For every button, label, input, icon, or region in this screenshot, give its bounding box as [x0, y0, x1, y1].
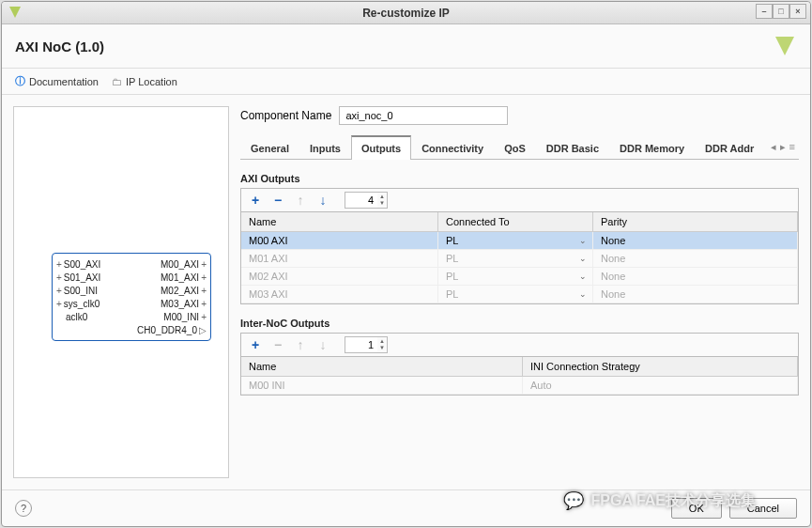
col-name: Name [241, 212, 438, 231]
tab-scroll-right-icon[interactable]: ▸ [780, 141, 786, 153]
watermark: 💬 FPGA FAE技术分享选集 [563, 490, 756, 511]
cell-name: M00 AXI [241, 232, 438, 249]
table-row[interactable]: M03 AXIPL⌄None [241, 286, 798, 303]
tab-inputs[interactable]: Inputs [299, 136, 351, 160]
cell-parity: None [593, 250, 798, 267]
watermark-text: FPGA FAE技术分享选集 [591, 491, 756, 511]
component-name-row: Component Name [240, 106, 799, 125]
documentation-label: Documentation [29, 76, 99, 87]
move-down-button: ↓ [314, 336, 331, 353]
move-up-button: ↑ [292, 336, 309, 353]
ip-block-diagram: +S00_AXIM00_AXI+ +S01_AXIM01_AXI+ +S00_I… [52, 253, 211, 341]
tab-ddr-memory[interactable]: DDR Memory [609, 136, 695, 160]
col-connected: Connected To [438, 212, 593, 231]
tab-menu-icon[interactable]: ≡ [789, 141, 795, 153]
wechat-icon: 💬 [563, 490, 584, 511]
axi-outputs-title: AXI Outputs [240, 173, 799, 184]
tab-connectivity[interactable]: Connectivity [411, 136, 494, 160]
cell-name: M02 AXI [241, 268, 438, 285]
col-strategy: INI Connection Strategy [523, 357, 798, 376]
vendor-logo-icon [773, 34, 797, 58]
table-row[interactable]: M00 INIAuto [241, 377, 798, 395]
tab-qos[interactable]: QoS [494, 136, 536, 160]
component-name-label: Component Name [240, 109, 331, 122]
toolbar: ⓘ Documentation 🗀 IP Location [2, 69, 810, 95]
port-label: S00_AXI [64, 259, 100, 270]
cell-name: M01 AXI [241, 250, 438, 267]
maximize-button[interactable]: □ [773, 4, 789, 19]
count-input[interactable] [345, 193, 377, 208]
window-title: Re-customize IP [362, 7, 450, 20]
cell-parity: None [593, 286, 798, 303]
cell-connected-dropdown[interactable]: PL⌄ [438, 268, 593, 285]
port-label: S00_INI [64, 286, 98, 296]
tab-bar: General Inputs Outputs Connectivity QoS … [240, 134, 799, 160]
tab-scroll-left-icon[interactable]: ◂ [771, 141, 776, 153]
info-icon: ⓘ [15, 74, 25, 88]
port-label: aclk0 [66, 312, 87, 322]
app-logo-icon [8, 5, 23, 20]
move-down-button[interactable]: ↓ [314, 192, 331, 209]
chevron-up-icon[interactable]: ▲ [379, 338, 385, 345]
remove-row-button: − [269, 336, 286, 353]
tab-ddr-addr[interactable]: DDR Addr [695, 136, 764, 160]
tab-outputs[interactable]: Outputs [351, 135, 411, 160]
add-row-button[interactable]: + [247, 336, 264, 353]
count-spinner[interactable]: ▲▼ [345, 192, 388, 209]
component-name-input[interactable] [339, 106, 508, 125]
axi-outputs-toolbar: + − ↑ ↓ ▲▼ [240, 188, 799, 211]
folder-icon: 🗀 [112, 76, 122, 87]
port-label: S01_AXI [64, 272, 100, 283]
col-parity: Parity [593, 212, 798, 231]
chevron-down-icon: ⌄ [579, 254, 587, 263]
ip-title: AXI NoC (1.0) [15, 39, 104, 54]
titlebar: Re-customize IP – □ × [2, 2, 810, 24]
axi-outputs-table: Name Connected To Parity M00 AXIPL⌄NoneM… [240, 211, 799, 304]
ip-location-link[interactable]: 🗀 IP Location [112, 76, 177, 87]
port-label: M00_AXI [161, 259, 199, 270]
cell-connected-dropdown[interactable]: PL⌄ [438, 250, 593, 267]
inter-noc-table: Name INI Connection Strategy M00 INIAuto [240, 356, 799, 396]
cell-connected-dropdown[interactable]: PL⌄ [438, 286, 593, 303]
count-input[interactable] [345, 337, 377, 352]
add-row-button[interactable]: + [247, 192, 264, 209]
port-label: M01_AXI [161, 272, 199, 283]
inter-noc-toolbar: + − ↑ ↓ ▲▼ [240, 333, 799, 356]
header: AXI NoC (1.0) [2, 24, 810, 69]
ip-preview-pane: +S00_AXIM00_AXI+ +S01_AXIM01_AXI+ +S00_I… [13, 106, 229, 478]
chevron-down-icon: ⌄ [579, 289, 587, 299]
remove-row-button[interactable]: − [269, 192, 286, 209]
table-row[interactable]: M01 AXIPL⌄None [241, 250, 798, 268]
cell-name: M00 INI [241, 377, 523, 394]
minimize-button[interactable]: – [756, 4, 773, 19]
move-up-button: ↑ [292, 192, 309, 209]
chevron-down-icon: ⌄ [579, 272, 587, 281]
port-label: M02_AXI [161, 286, 199, 296]
help-button[interactable]: ? [15, 500, 32, 517]
chevron-down-icon[interactable]: ▼ [379, 200, 385, 207]
cell-parity: None [593, 232, 798, 249]
port-label: CH0_DDR4_0 [137, 325, 197, 335]
chevron-down-icon: ⌄ [579, 236, 587, 245]
chevron-up-icon[interactable]: ▲ [379, 194, 385, 200]
port-label: M00_INI [163, 312, 199, 322]
port-label: sys_clk0 [64, 299, 100, 309]
tab-general[interactable]: General [240, 136, 299, 160]
col-name: Name [241, 357, 523, 376]
ip-location-label: IP Location [126, 76, 177, 87]
count-spinner[interactable]: ▲▼ [345, 336, 388, 353]
port-label: M03_AXI [161, 299, 199, 309]
tab-ddr-basic[interactable]: DDR Basic [536, 136, 609, 160]
cell-strategy: Auto [523, 377, 798, 394]
table-row[interactable]: M02 AXIPL⌄None [241, 268, 798, 286]
documentation-link[interactable]: ⓘ Documentation [15, 74, 99, 88]
cell-name: M03 AXI [241, 286, 438, 303]
inter-noc-title: Inter-NoC Outputs [240, 318, 799, 329]
cell-parity: None [593, 268, 798, 285]
chevron-down-icon[interactable]: ▼ [379, 345, 385, 351]
cell-connected-dropdown[interactable]: PL⌄ [438, 232, 593, 249]
close-button[interactable]: × [789, 4, 806, 19]
table-row[interactable]: M00 AXIPL⌄None [241, 232, 798, 250]
